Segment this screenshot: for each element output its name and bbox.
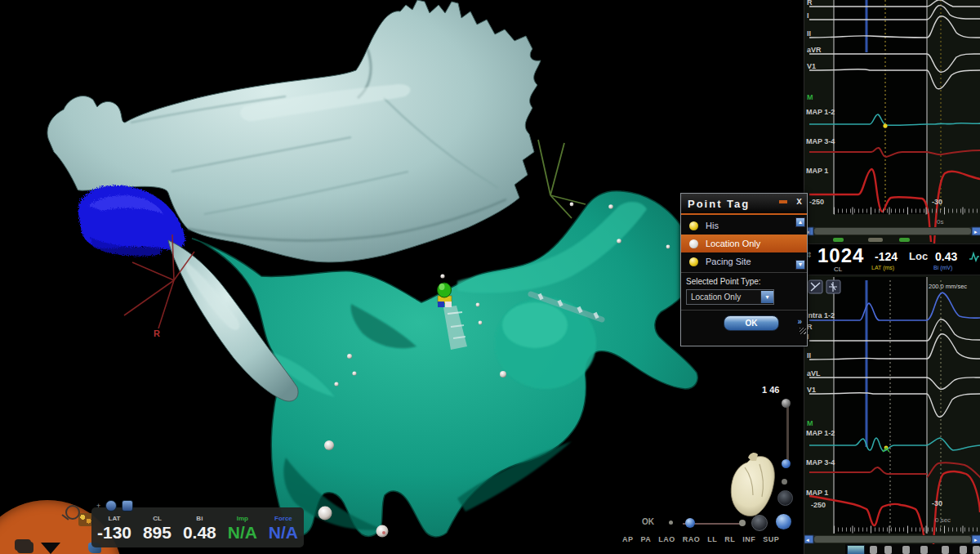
- point-tag-item-location-only[interactable]: Location Only: [681, 235, 807, 252]
- svg-text:M: M: [807, 93, 813, 101]
- point-tag-item-label: His: [706, 221, 719, 230]
- status-box-toolbar: +: [96, 500, 133, 512]
- lat-value: -124: [875, 250, 898, 263]
- imp-label: Imp: [228, 516, 257, 522]
- binoculars-icon[interactable]: [15, 539, 31, 551]
- catheter-tip: [438, 283, 452, 297]
- svg-text:0s: 0s: [937, 218, 943, 226]
- svg-text:R: R: [807, 0, 813, 7]
- cl-label: CL: [143, 516, 172, 522]
- ecg-top-scrollbar[interactable]: ◂▸: [804, 227, 980, 235]
- scroll-down-icon[interactable]: ▼: [795, 260, 805, 270]
- rotation-slider-knob[interactable]: [685, 518, 695, 528]
- point-tag-list: His Location Only Pacing Site ▲ ▼: [681, 215, 807, 273]
- cl-value: 895: [143, 523, 172, 542]
- ref-letter: R: [154, 328, 160, 338]
- orient-ap-button[interactable]: AP: [622, 535, 634, 543]
- trackball-globe-icon[interactable]: [751, 515, 768, 531]
- zoom-slider-dot: [782, 479, 787, 485]
- svg-text:R: R: [807, 323, 813, 331]
- loc-label: Loc: [909, 250, 928, 262]
- cursor-icon[interactable]: [105, 500, 117, 512]
- imp-value: N/A: [228, 523, 257, 542]
- svg-text:MAP 1: MAP 1: [806, 489, 828, 497]
- zoom-scale-value: 1 46: [762, 385, 779, 395]
- minimize-icon[interactable]: [779, 200, 787, 203]
- slider-start-dot: [669, 520, 673, 525]
- selected-point-type-label: Selected Point Type:: [681, 273, 807, 288]
- annotation-marker: [883, 123, 887, 127]
- orient-lao-button[interactable]: LAO: [658, 535, 675, 543]
- point-tag-item-pacing-site[interactable]: Pacing Site: [681, 252, 807, 270]
- point-tag-footer: OK »: [681, 310, 807, 335]
- cl-value: 1024: [817, 244, 864, 267]
- orient-sup-button[interactable]: SUP: [763, 535, 779, 543]
- plus-icon[interactable]: +: [96, 502, 100, 510]
- orientation-buttons: AP PA LAO RAO LL RL INF SUP: [622, 535, 779, 543]
- svg-text:M: M: [807, 419, 813, 427]
- svg-text:II: II: [807, 29, 811, 38]
- zoom-slider-knob-blue[interactable]: [782, 459, 791, 468]
- zoom-slider-knob[interactable]: [782, 399, 791, 408]
- lat-units-label: LAT (ms): [871, 265, 894, 270]
- point-tag-item-label: Location Only: [706, 239, 760, 248]
- svg-text:-250: -250: [809, 198, 824, 206]
- point-type-dropdown[interactable]: Location Only ▾: [686, 289, 774, 305]
- magnifier-icon[interactable]: [65, 505, 80, 520]
- svg-text:-30: -30: [932, 198, 942, 206]
- ecg-strip-bottom[interactable]: 200.0 mm/sec Intra 1-2 R I II aVL V1: [804, 277, 980, 544]
- location-only-dot-icon: [689, 239, 698, 248]
- bi-value: 0.48: [183, 523, 216, 542]
- cl-label: CL: [834, 266, 842, 273]
- ecg-strip-top[interactable]: R I II aVR V1 M MAP 1-2 MAP 3-4 MAP 1 -2…: [804, 0, 980, 243]
- zoom-slider-track[interactable]: [786, 402, 789, 466]
- point-tag-dialog: Point Tag x His Location Only Pacing Sit…: [680, 193, 808, 346]
- bi-units-label: Bi (mV): [933, 265, 952, 270]
- carto-mapping-window: R: [0, 0, 980, 554]
- svg-text:Intra 1-2: Intra 1-2: [806, 311, 835, 319]
- pacing-site-dot-icon: [689, 257, 698, 266]
- svg-text:MAP 3-4: MAP 3-4: [806, 458, 835, 467]
- orient-inf-button[interactable]: INF: [742, 535, 755, 543]
- svg-text:-30: -30: [932, 499, 942, 507]
- point-tag-titlebar[interactable]: Point Tag x: [681, 194, 807, 215]
- svg-text:▸: ▸: [974, 229, 978, 235]
- orient-rao-button[interactable]: RAO: [683, 535, 701, 543]
- measurement-bar: ⇕ 1024 CL -124 LAT (ms) Loc 0.43 Bi (mV): [804, 243, 980, 275]
- orbit-sphere-icon[interactable]: [776, 514, 791, 529]
- resize-grip[interactable]: [800, 328, 806, 334]
- point-tag-title: Point Tag: [681, 198, 750, 210]
- orient-pa-button[interactable]: PA: [641, 535, 652, 543]
- ecg-bottom-scrollbar[interactable]: ◂▸: [804, 535, 980, 543]
- heart-reference-icon[interactable]: [731, 453, 774, 516]
- point-measurements-bar: LAT -130 CL 895 Bi 0.48 Imp N/A Force N/…: [91, 507, 304, 547]
- bi-value: 0.43: [935, 250, 957, 263]
- svg-text:II: II: [807, 351, 811, 360]
- view-ok-label: OK: [642, 517, 654, 526]
- chevron-down-icon[interactable]: ▾: [760, 291, 773, 303]
- lat-label: LAT: [97, 516, 131, 522]
- svg-text:▸: ▸: [974, 537, 978, 543]
- force-label: Force: [269, 516, 298, 522]
- point-type-dropdown-value: Location Only: [687, 293, 741, 302]
- svg-text:MAP 1: MAP 1: [806, 167, 828, 175]
- svg-text:I: I: [807, 11, 809, 20]
- svg-text:-250: -250: [811, 501, 826, 509]
- partial-button[interactable]: [847, 545, 865, 554]
- orient-ll-button[interactable]: LL: [707, 535, 717, 543]
- scroll-up-icon[interactable]: ▲: [795, 217, 805, 227]
- orient-rl-button[interactable]: RL: [724, 535, 735, 543]
- trackball-icon[interactable]: [777, 490, 793, 506]
- close-icon[interactable]: x: [796, 197, 802, 205]
- hand-icon[interactable]: [122, 500, 133, 512]
- ok-button[interactable]: OK: [724, 315, 779, 331]
- svg-text:V1: V1: [807, 62, 816, 70]
- svg-text:MAP 1-2: MAP 1-2: [806, 429, 835, 437]
- slider-end-dot: [739, 520, 746, 526]
- point-tag-item-his[interactable]: His: [681, 217, 807, 235]
- signal-icon: [969, 251, 980, 262]
- expand-button[interactable]: »: [797, 317, 802, 326]
- partial-measurement-strip: [845, 544, 980, 554]
- his-dot-icon: [689, 221, 698, 230]
- svg-text:MAP 1-2: MAP 1-2: [806, 108, 835, 116]
